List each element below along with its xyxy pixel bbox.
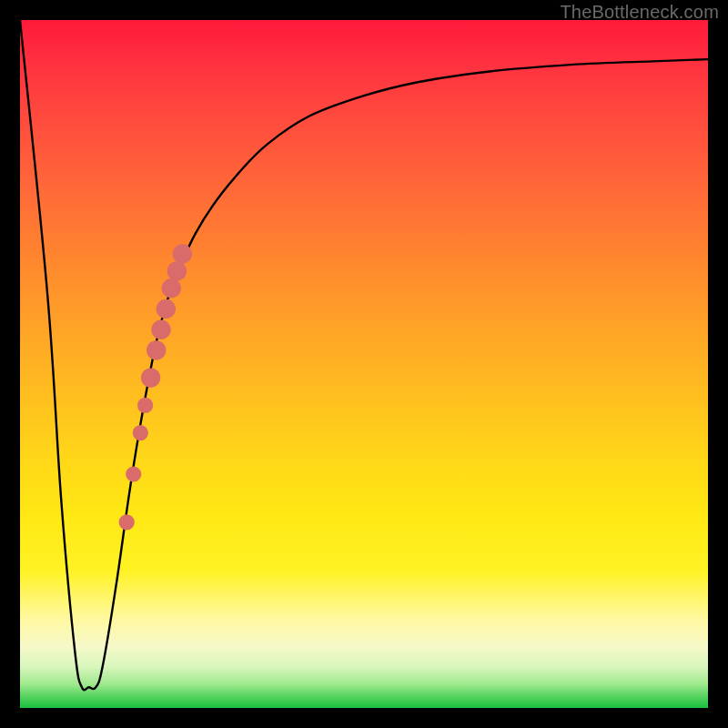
- curve-marker: [157, 299, 176, 318]
- chart-svg: [20, 20, 708, 708]
- chart-frame: TheBottleneck.com: [0, 0, 728, 728]
- bottleneck-curve: [20, 20, 708, 690]
- curve-marker: [167, 261, 187, 280]
- curve-marker: [126, 466, 141, 481]
- watermark-text: TheBottleneck.com: [560, 2, 719, 23]
- curve-marker: [119, 514, 135, 530]
- curve-marker: [147, 340, 166, 359]
- curve-marker: [173, 244, 192, 263]
- curve-marker: [162, 278, 181, 298]
- curve-marker: [133, 425, 148, 440]
- curve-marker: [137, 398, 153, 413]
- curve-marker: [141, 368, 160, 387]
- curve-marker: [151, 320, 170, 339]
